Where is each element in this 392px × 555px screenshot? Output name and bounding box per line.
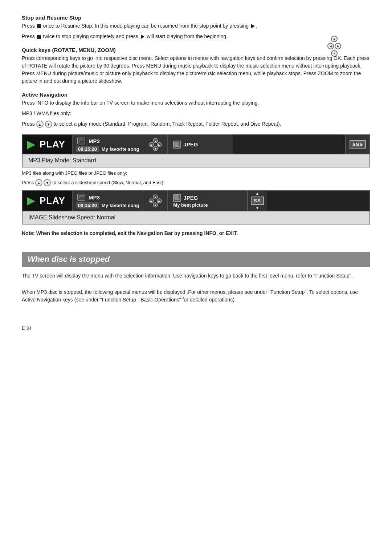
active-nav-press: Press ▲ ▼ to select a play mode (Standar… — [22, 120, 370, 128]
svg-rect-13 — [175, 142, 178, 146]
active-nav-mode-text: to select a play mode (Standard, Program… — [53, 121, 281, 127]
ss-arrow-down-icon: ▼ — [255, 206, 260, 210]
sss-label-1: SSS — [350, 140, 366, 149]
jpeg-label-2: JPEG — [183, 195, 198, 201]
mp3-icon-1: ♪ — [76, 137, 86, 145]
jpeg-song-2: My best picture — [173, 202, 208, 208]
nav-icon-section-1: ▲ ▼ ◀ ▶ — [143, 135, 167, 154]
stop-resume-line1: Press once to Resume Stop. In this mode … — [22, 22, 370, 30]
svg-text:▼: ▼ — [154, 147, 157, 151]
jpeg-section-2: JPEG My best picture — [167, 191, 247, 211]
mp3-header-2: ♪ MP3 — [76, 193, 100, 202]
nav-down-icon: ▼ — [331, 50, 338, 57]
display-row-2: ▶ PLAY ♪ MP3 00:1 — [23, 191, 369, 211]
play-triangle-2: ▶ — [27, 195, 35, 207]
nav-icon-section-2: ▲ ▼ ◀ ▶ — [143, 191, 167, 211]
circle-down-icon-2: ▼ — [44, 179, 51, 186]
stop-square-icon — [37, 24, 41, 28]
stop-resume-text1: once to Resume Stop. In this mode playin… — [43, 23, 249, 29]
mp3-label-1: MP3 — [89, 138, 100, 144]
display-row-1: ▶ PLAY ♪ MP3 00:1 — [23, 135, 369, 154]
nav-right-icon: ▶ — [335, 43, 341, 49]
note-text: Note: When the selection is completed, e… — [22, 230, 370, 237]
jpeg-icon-1 — [173, 141, 181, 149]
ss-label-2: SS — [251, 197, 264, 205]
inline-nav-down-2: ▼ — [44, 179, 51, 186]
quick-keys-section: Quick keys (ROTATE, MENU, ZOOM) Press co… — [22, 47, 370, 85]
active-nav-section: Active Navigation Press INFO to display … — [22, 92, 370, 128]
stop-resume-text2b: will start playing from the beginning. — [147, 33, 228, 39]
active-nav-heading: Active Navigation — [22, 92, 370, 98]
stop-resume-text2: twice to stop playing completely and pre… — [43, 33, 138, 39]
nav-left-icon: ◀ — [327, 43, 334, 49]
svg-text:▲: ▲ — [154, 139, 157, 143]
mp3-section-2: ♪ MP3 00:15:20 My favorite song — [72, 191, 143, 211]
display-status-2: IMAGE Slideshow Speed: Normal — [23, 211, 369, 224]
play-button-1: ▶ PLAY — [23, 135, 72, 154]
press-label-2: Press — [22, 33, 35, 39]
display-status-1: MP3 Play Mode: Standard — [23, 154, 369, 167]
stop-resume-section: Stop and Resume Stop Press once to Resum… — [22, 15, 370, 40]
circle-up-icon-2: ▲ — [35, 179, 42, 186]
mp3-song-2: My favorite song — [102, 203, 139, 208]
mp3-song-1: My favorite song — [102, 146, 139, 152]
ss-col-2: ▲ SS ▼ — [247, 191, 266, 211]
inline-nav-up: ▲ — [36, 121, 44, 128]
stop-resume-heading: Stop and Resume Stop — [22, 15, 370, 21]
svg-text:◀: ◀ — [150, 200, 152, 203]
quick-keys-body: Press corresponding keys to go into resp… — [22, 54, 370, 85]
mp3-time-2: 00:15:20 — [76, 202, 99, 208]
jpeg-label-1: JPEG — [183, 141, 198, 147]
play-triangle-icon-2 — [141, 35, 144, 39]
stop-square-icon-2 — [37, 35, 41, 39]
circle-up-icon: ▲ — [36, 121, 44, 128]
nav-cross-display-icon-2: ▲ ▼ ◀ ▶ — [148, 194, 162, 208]
jpeg-header-1: JPEG — [173, 141, 198, 149]
inline-nav-down: ▼ — [45, 121, 52, 128]
quick-keys-heading: Quick keys (ROTATE, MENU, ZOOM) — [22, 47, 370, 53]
active-nav-body: Press INFO to display the info bar on TV… — [22, 99, 370, 107]
sss-box-1: SSS — [345, 135, 369, 154]
circle-down-icon: ▼ — [45, 121, 52, 128]
mp3-time-1: 00:15:20 — [76, 146, 99, 152]
mp3-icon-2: ♪ — [76, 193, 86, 202]
mp3-time-row-1: 00:15:20 My favorite song — [76, 146, 139, 152]
display-box-2: ▶ PLAY ♪ MP3 00:1 — [22, 190, 370, 224]
slideshow-press-text: Press ▲ ▼ to select a slideshow speed (S… — [22, 179, 370, 187]
press-label-1: Press — [22, 23, 35, 29]
play-label-2: PLAY — [40, 195, 65, 206]
jpeg-icon-2 — [173, 194, 181, 202]
press-label-4: Press — [22, 180, 34, 185]
display-box-1: ▶ PLAY ♪ MP3 00:1 — [22, 134, 370, 167]
jpeg-header-2: JPEG — [173, 194, 198, 202]
slideshow-text: to select a slideshow speed (Slow, Norma… — [52, 180, 164, 185]
play-button-2: ▶ PLAY — [23, 191, 72, 211]
svg-text:▼: ▼ — [154, 204, 157, 207]
when-stopped-heading: When disc is stopped — [22, 252, 370, 267]
jpeg-files-note: MP3 files along with JPEG files or JPEG … — [22, 170, 370, 177]
mp3-header-1: ♪ MP3 — [76, 137, 100, 145]
play-triangle-icon-1 — [251, 24, 255, 28]
mp3-label-2: MP3 — [89, 194, 100, 200]
when-stopped-para1: The TV screen will display the menu with… — [22, 272, 370, 280]
svg-rect-28 — [175, 195, 178, 199]
ss-arrow-up-icon: ▲ — [255, 191, 260, 196]
inline-nav-up-2: ▲ — [35, 179, 42, 186]
mp3-section-1: ♪ MP3 00:15:20 My favorite song — [72, 135, 143, 154]
nav-cross-icon: ▲ ◀ ▶ ▼ — [327, 36, 341, 57]
press-label-3: Press — [22, 121, 35, 127]
svg-text:▲: ▲ — [154, 196, 157, 199]
mp3-time-row-2: 00:15:20 My favorite song — [76, 202, 139, 208]
when-stopped-para2: When MP3 disc is stopped, the following … — [22, 288, 370, 304]
nav-up-icon: ▲ — [331, 36, 338, 42]
jpeg-picture-name: My best picture — [173, 202, 208, 208]
svg-text:◀: ◀ — [150, 143, 152, 147]
page-number: E 34 — [22, 325, 370, 331]
files-note: MP3 / WMA files only: — [22, 110, 370, 117]
svg-text:▶: ▶ — [158, 143, 160, 147]
stop-resume-line2: Press twice to stop playing completely a… — [22, 33, 370, 40]
play-triangle-1: ▶ — [27, 138, 35, 150]
nav-cross-display-icon-1: ▲ ▼ ◀ ▶ — [148, 138, 162, 151]
jpeg-section-1: JPEG — [167, 135, 233, 154]
svg-text:▶: ▶ — [158, 200, 160, 203]
